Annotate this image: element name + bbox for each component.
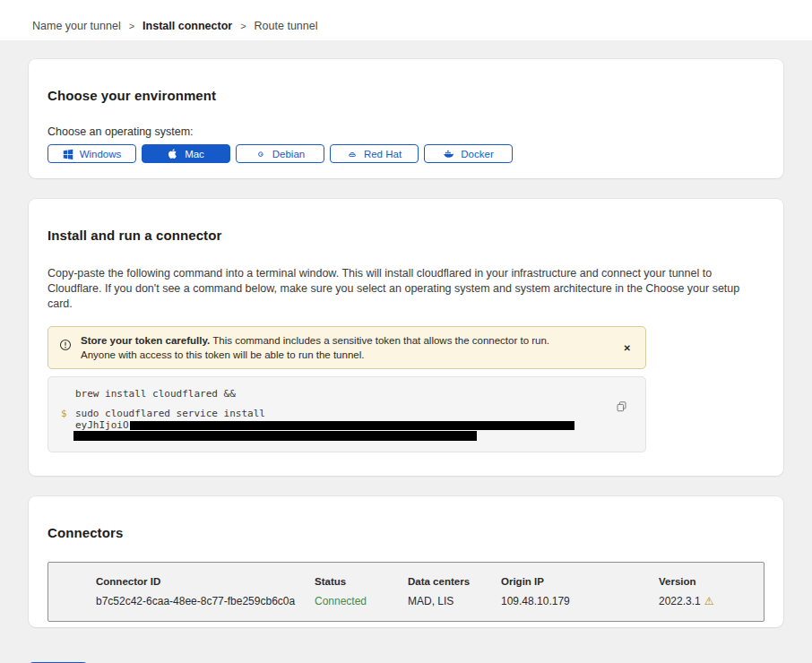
column-header-status: Status (315, 576, 408, 587)
os-button-group: Windows Mac Debian Red Hat (48, 144, 764, 163)
connectors-card: Connectors Connector ID Status Data cent… (29, 496, 783, 627)
token-warning-banner: Store your token carefully. This command… (48, 326, 646, 369)
token-warning-text: Store your token carefully. This command… (81, 333, 609, 362)
chevron-right-separator: > (129, 21, 134, 31)
redacted-token-bar (130, 421, 574, 430)
install-connector-card: Install and run a connector Copy-paste t… (29, 199, 783, 476)
data-centers-value: MAD, LIS (408, 595, 501, 607)
breadcrumb-route-tunnel[interactable]: Route tunnel (255, 20, 318, 32)
os-button-label: Docker (461, 149, 493, 159)
status-badge: Connected (315, 595, 408, 607)
column-header-connector-id: Connector ID (96, 576, 315, 587)
warning-triangle-icon: ⚠ (704, 595, 714, 607)
connectors-table: Connector ID Status Data centers Origin … (48, 562, 764, 622)
install-description: Copy-paste the following command into a … (48, 266, 764, 312)
code-gutter (61, 388, 75, 400)
token-prefix-text: eyJhIjoiO (75, 419, 129, 431)
os-button-mac[interactable]: Mac (142, 144, 230, 163)
token-warning-bold: Store your token carefully. (81, 335, 210, 346)
apple-icon (168, 148, 178, 159)
breadcrumb-install-connector[interactable]: Install connector (143, 20, 232, 32)
os-button-label: Mac (185, 149, 204, 159)
origin-ip-value: 109.48.10.179 (501, 595, 659, 607)
table-row: b7c52c42-6caa-48ee-8c77-fbe259cb6c0a Con… (96, 595, 755, 607)
version-value: 2022.3.1 (659, 595, 701, 607)
windows-icon (63, 149, 73, 159)
environment-card-title: Choose your environment (48, 88, 764, 103)
install-command-code-block: brew install cloudflared && $ sudo cloud… (48, 376, 646, 452)
breadcrumb-bar: Name your tunnel > Install connector > R… (0, 0, 812, 40)
os-button-windows[interactable]: Windows (48, 144, 136, 163)
os-button-label: Windows (80, 149, 122, 159)
code-line-sudo: sudo cloudflared service install eyJhIjo… (75, 408, 633, 441)
column-header-version: Version (659, 576, 755, 587)
connector-id-value: b7c52c42-6caa-48ee-8c77-fbe259cb6c0a (96, 595, 315, 607)
chevron-right-separator: > (240, 21, 246, 31)
column-header-origin-ip: Origin IP (501, 576, 659, 587)
page-content: Choose your environment Choose an operat… (0, 59, 812, 663)
connectors-card-title: Connectors (48, 525, 764, 540)
install-card-title: Install and run a connector (48, 228, 764, 243)
column-header-data-centers: Data centers (408, 576, 501, 587)
os-button-label: Red Hat (364, 149, 402, 159)
debian-icon (255, 149, 266, 159)
alert-circle-icon (59, 339, 72, 351)
redacted-token-bar (73, 431, 477, 441)
os-button-redhat[interactable]: Red Hat (330, 144, 419, 163)
breadcrumb-name-your-tunnel[interactable]: Name your tunnel (32, 20, 121, 32)
code-line-brew: brew install cloudflared && (75, 388, 633, 400)
redhat-icon (347, 149, 358, 159)
os-button-label: Debian (272, 149, 305, 159)
os-select-label: Choose an operating system: (48, 125, 764, 138)
connectors-table-header: Connector ID Status Data centers Origin … (96, 576, 755, 587)
os-button-debian[interactable]: Debian (236, 144, 324, 163)
code-command-text: sudo cloudflared service install (75, 408, 265, 419)
docker-icon (443, 149, 454, 159)
close-icon[interactable]: ✕ (618, 340, 636, 357)
copy-icon[interactable] (616, 400, 627, 416)
breadcrumb: Name your tunnel > Install connector > R… (32, 20, 317, 32)
environment-card: Choose your environment Choose an operat… (29, 59, 783, 178)
os-button-docker[interactable]: Docker (424, 144, 513, 163)
